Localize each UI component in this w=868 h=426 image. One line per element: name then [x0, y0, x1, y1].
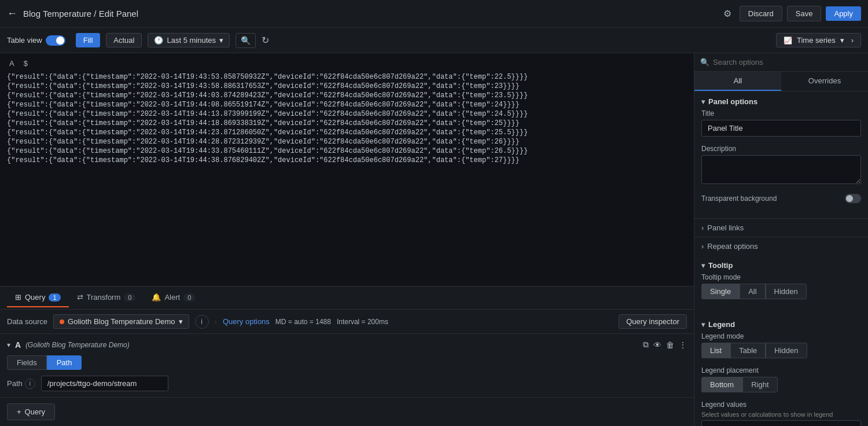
actual-button[interactable]: Actual — [106, 33, 142, 47]
transparent-bg-toggle[interactable] — [845, 194, 861, 203]
expand-viz-icon: ▾ — [840, 36, 844, 45]
left-panel: A $ {"result":{"data":{"timestamp":"2022… — [0, 53, 694, 426]
tab-alert[interactable]: 🔔 Alert 0 — [144, 288, 203, 307]
topbar-left: ← Blog Temperature / Edit Panel — [7, 8, 713, 20]
zoom-out-button[interactable]: 🔍 — [236, 33, 256, 48]
legend-section: ▾ Legend Legend mode List Table Hidden L… — [694, 314, 868, 426]
legend-header[interactable]: ▾ Legend — [694, 314, 868, 332]
plus-icon: + — [17, 407, 21, 416]
table-view-toggle: Table view — [7, 35, 65, 46]
data-display[interactable]: A $ {"result":{"data":{"timestamp":"2022… — [0, 53, 694, 287]
data-line: {"result":{"data":{"timestamp":"2022-03-… — [7, 72, 687, 82]
panel-options-chevron: ▾ — [701, 98, 705, 106]
open-viz-panel-icon: › — [851, 36, 854, 45]
tooltip-mode-field: Tooltip mode Single All Hidden — [701, 273, 861, 299]
datasource-label: Data source — [7, 317, 47, 326]
chevron-down-icon: ▾ — [179, 317, 183, 326]
description-textarea[interactable] — [701, 155, 861, 184]
collapse-query-button[interactable]: ▾ — [7, 341, 10, 349]
transparent-bg-label: Transparent background — [701, 194, 777, 203]
time-range-select[interactable]: 🕐 Last 5 minutes ▾ — [148, 33, 230, 47]
delete-query-button[interactable]: 🗑 — [666, 340, 674, 350]
fill-button[interactable]: Fill — [76, 33, 101, 47]
tooltip-chevron: ▾ — [701, 262, 705, 270]
legend-hidden-btn[interactable]: Hidden — [766, 343, 807, 358]
fields-path-toggle: Fields Path — [7, 355, 687, 370]
all-tab[interactable]: All — [694, 72, 781, 91]
fields-option[interactable]: Fields — [7, 355, 47, 370]
title-input[interactable] — [701, 120, 861, 137]
path-input[interactable] — [41, 376, 168, 391]
search-icon: 🔍 — [700, 58, 709, 67]
tooltip-header[interactable]: ▾ Tooltip — [694, 255, 868, 273]
save-button[interactable]: Save — [787, 6, 822, 21]
query-datasource-display: (Golioth Blog Temperature Demo) — [25, 341, 130, 349]
query-tabs: ⊞ Query 1 ⇄ Transform 0 🔔 Alert 0 — [0, 287, 694, 310]
query-a-section: ▾ A (Golioth Blog Temperature Demo) ⧉ 👁 … — [0, 334, 694, 397]
timeseries-icon: 📈 — [784, 36, 792, 45]
add-query-button[interactable]: + Query — [7, 403, 55, 420]
path-label-text: Path — [7, 379, 23, 388]
alert-tab-label: Alert — [164, 293, 180, 302]
tooltip-hidden-btn[interactable]: Hidden — [766, 284, 807, 299]
back-button[interactable]: ← — [7, 8, 17, 20]
legend-list-btn[interactable]: List — [701, 343, 730, 358]
datasource-select[interactable]: Golioth Blog Temperature Demo ▾ — [53, 314, 189, 329]
legend-mode-field: Legend mode List Table Hidden — [701, 332, 861, 358]
data-line: {"result":{"data":{"timestamp":"2022-03-… — [7, 137, 687, 146]
type-A-button[interactable]: A — [7, 58, 17, 69]
legend-values-label: Legend values — [701, 401, 861, 409]
main-layout: A $ {"result":{"data":{"timestamp":"2022… — [0, 53, 868, 426]
settings-button[interactable]: ⚙ — [720, 5, 735, 23]
transform-tab-label: Transform — [87, 293, 121, 302]
query-tab-badge: 1 — [49, 293, 60, 302]
query-options-label: Query options — [223, 317, 270, 326]
datasource-dot — [60, 320, 64, 324]
more-options-button[interactable]: ⋮ — [679, 340, 687, 350]
md-label: MD = auto = 1488 — [275, 318, 331, 326]
datasource-name: Golioth Blog Temperature Demo — [68, 317, 175, 326]
apply-button[interactable]: Apply — [826, 6, 861, 21]
tooltip-title: Tooltip — [708, 261, 733, 270]
path-option[interactable]: Path — [47, 355, 82, 370]
panel-options-header[interactable]: ▾ Panel options — [694, 91, 868, 109]
overrides-tab[interactable]: Overrides — [781, 72, 868, 91]
legend-values-field: Legend values Select values or calculati… — [701, 401, 861, 426]
discard-button[interactable]: Discard — [740, 6, 782, 21]
query-tab-label: Query — [25, 293, 45, 302]
right-panel: 🔍 All Overrides ▾ Panel options Title De… — [694, 53, 868, 426]
time-range-label: Last 5 minutes — [167, 36, 216, 45]
query-options-button[interactable]: Query options — [223, 317, 270, 326]
legend-table-btn[interactable]: Table — [730, 343, 766, 358]
duplicate-query-button[interactable]: ⧉ — [643, 340, 649, 350]
type-dollar-button[interactable]: $ — [21, 58, 30, 69]
search-input[interactable] — [713, 58, 862, 67]
tab-transform[interactable]: ⇄ Transform 0 — [69, 288, 144, 307]
tooltip-single-btn[interactable]: Single — [701, 284, 740, 299]
data-line: {"result":{"data":{"timestamp":"2022-03-… — [7, 91, 687, 100]
interval-label: Interval = 200ms — [337, 318, 388, 326]
table-view-switch[interactable] — [46, 35, 65, 46]
query-inspector-button[interactable]: Query inspector — [619, 314, 687, 329]
legend-bottom-btn[interactable]: Bottom — [701, 377, 742, 392]
query-a-actions: ⧉ 👁 🗑 ⋮ — [643, 340, 687, 350]
viz-type-selector[interactable]: 📈 Time series ▾ › — [776, 33, 861, 47]
data-lines: {"result":{"data":{"timestamp":"2022-03-… — [7, 72, 687, 165]
refresh-button[interactable]: ↻ — [262, 35, 269, 46]
panel-links-row[interactable]: › Panel links — [694, 218, 868, 237]
legend-values-select[interactable]: Choose — [701, 420, 861, 426]
legend-mode-label: Legend mode — [701, 332, 861, 340]
panel-links-label: Panel links — [707, 223, 744, 232]
chevron-down-icon: ▾ — [219, 36, 223, 45]
tooltip-all-btn[interactable]: All — [740, 284, 765, 299]
secondbar: Table view Fill Actual 🕐 Last 5 minutes … — [0, 28, 868, 53]
datasource-info-button[interactable]: i — [195, 315, 209, 329]
toggle-visibility-button[interactable]: 👁 — [653, 340, 661, 350]
legend-right-btn[interactable]: Right — [742, 377, 777, 392]
transform-tab-badge: 0 — [124, 293, 135, 302]
title-label: Title — [701, 109, 861, 117]
repeat-options-row[interactable]: › Repeat options — [694, 237, 868, 255]
transform-tab-icon: ⇄ — [77, 293, 83, 302]
tab-query[interactable]: ⊞ Query 1 — [7, 288, 69, 307]
path-info-button[interactable]: i — [25, 379, 35, 389]
